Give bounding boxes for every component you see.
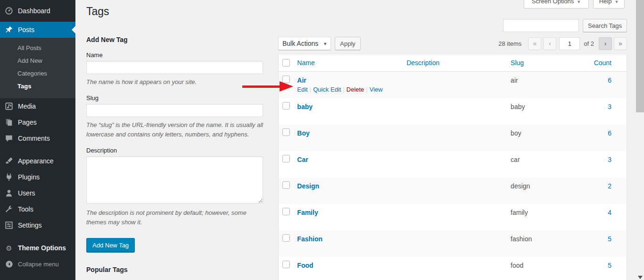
- slug-cell: car: [506, 151, 589, 178]
- description-field[interactable]: [86, 156, 263, 204]
- screen-options-button[interactable]: Screen Options ▼: [524, 0, 589, 8]
- sidebar-item-posts[interactable]: Posts: [0, 22, 75, 38]
- count-link[interactable]: 5: [608, 262, 611, 269]
- slug-cell: food: [506, 257, 589, 280]
- row-checkbox[interactable]: [282, 208, 290, 215]
- description-cell: [402, 204, 506, 230]
- slug-field[interactable]: [86, 104, 263, 117]
- previous-page-button[interactable]: ‹: [543, 37, 556, 50]
- sidebar-item-media[interactable]: Media: [0, 98, 75, 114]
- first-page-button[interactable]: «: [528, 37, 541, 50]
- description-helper-text: The description is not prominent by defa…: [86, 208, 263, 227]
- count-link[interactable]: 3: [608, 103, 611, 110]
- count-link[interactable]: 5: [608, 235, 611, 243]
- dashboard-icon: [4, 6, 14, 16]
- sidebar-item-theme-options[interactable]: ⚙ Theme Options: [0, 240, 75, 256]
- sidebar-item-pages[interactable]: Pages: [0, 114, 75, 130]
- name-label: Name: [86, 51, 263, 59]
- search-tags-input[interactable]: [503, 19, 579, 32]
- name-helper-text: The name is how it appears on your site.: [86, 77, 263, 87]
- bulk-actions-select[interactable]: Bulk Actions ▼: [278, 37, 331, 50]
- count-link[interactable]: 4: [608, 209, 611, 216]
- sidebar-item-users[interactable]: Users: [0, 185, 75, 201]
- count-link[interactable]: 2: [608, 182, 611, 190]
- sidebar-item-tools[interactable]: Tools: [0, 201, 75, 217]
- sidebar-item-collapse-menu[interactable]: Collapse menu: [0, 256, 75, 272]
- sidebar-item-all-posts[interactable]: All Posts: [0, 42, 75, 54]
- current-page-input[interactable]: [559, 37, 580, 50]
- description-cell: [402, 98, 506, 125]
- gear-icon: ⚙: [4, 243, 14, 253]
- delete-link[interactable]: Delete: [347, 86, 364, 93]
- next-page-button[interactable]: ›: [599, 37, 612, 50]
- pagination: 28 items « ‹ of 2 › »: [498, 37, 627, 50]
- scrollbar-down-arrow-icon[interactable]: [638, 276, 643, 279]
- table-row: Fashion fashion 5: [279, 230, 627, 257]
- comment-bubble-icon: [4, 134, 14, 143]
- help-button[interactable]: Help ▼: [593, 0, 625, 8]
- table-row: Car car 3: [279, 151, 627, 178]
- sidebar-item-label: Dashboard: [18, 7, 50, 15]
- description-cell: [402, 257, 506, 280]
- sidebar-item-add-new[interactable]: Add New: [0, 54, 75, 67]
- sidebar-item-categories[interactable]: Categories: [0, 67, 75, 80]
- slug-cell: air: [506, 72, 589, 98]
- add-new-tag-button[interactable]: Add New Tag: [86, 238, 135, 252]
- red-arrow-annotation-head: [280, 81, 293, 92]
- sidebar-item-settings[interactable]: Settings: [0, 217, 75, 233]
- column-header-count[interactable]: Count: [589, 54, 627, 72]
- row-checkbox[interactable]: [282, 102, 290, 110]
- wrench-icon: [4, 204, 14, 214]
- sidebar-item-comments[interactable]: Comments: [0, 130, 75, 146]
- quick-edit-link[interactable]: Quick Edit: [313, 86, 341, 93]
- posts-submenu: All Posts Add New Categories Tags: [0, 38, 75, 98]
- tag-name-link[interactable]: Air: [297, 76, 306, 84]
- sidebar-item-appearance[interactable]: Appearance: [0, 153, 75, 169]
- row-checkbox[interactable]: [282, 181, 290, 189]
- slug-cell: design: [506, 178, 589, 204]
- tag-name-link[interactable]: Fashion: [297, 235, 322, 243]
- apply-button[interactable]: Apply: [335, 37, 361, 50]
- sidebar-item-plugins[interactable]: Plugins: [0, 169, 75, 185]
- help-label: Help: [599, 0, 612, 5]
- tag-name-link[interactable]: Food: [297, 262, 313, 269]
- count-link[interactable]: 3: [608, 156, 611, 163]
- sidebar-item-label: Plugins: [18, 173, 40, 181]
- row-checkbox[interactable]: [282, 155, 290, 162]
- sidebar-item-dashboard[interactable]: Dashboard: [0, 3, 75, 19]
- count-link[interactable]: 6: [608, 129, 611, 137]
- row-checkbox[interactable]: [282, 234, 290, 242]
- tag-name-link[interactable]: Family: [297, 209, 318, 216]
- view-link[interactable]: View: [370, 86, 383, 93]
- tag-name-link[interactable]: baby: [297, 103, 313, 110]
- tag-name-link[interactable]: Boy: [297, 129, 309, 137]
- scrollbar-thumb[interactable]: [636, 0, 644, 112]
- chevron-down-icon: ▼: [614, 0, 619, 5]
- row-actions: Edit|Quick Edit|Delete|View: [297, 86, 397, 93]
- column-header-slug[interactable]: Slug: [506, 54, 589, 72]
- vertical-scrollbar[interactable]: [636, 0, 644, 280]
- table-row: baby baby 3: [279, 98, 627, 125]
- menu-separator: [0, 233, 75, 240]
- tags-table: Name Description Slug Count Air Edit|Qui…: [278, 54, 627, 280]
- sidebar-item-label: Comments: [18, 135, 50, 142]
- search-tags-button[interactable]: Search Tags: [583, 19, 627, 32]
- select-all-checkbox[interactable]: [282, 59, 290, 67]
- tag-name-link[interactable]: Design: [297, 182, 319, 190]
- row-checkbox[interactable]: [282, 128, 290, 136]
- edit-link[interactable]: Edit: [297, 86, 307, 93]
- slug-label: Slug: [86, 94, 263, 102]
- sidebar-item-tags[interactable]: Tags: [0, 80, 75, 93]
- column-header-name[interactable]: Name: [292, 54, 402, 72]
- count-link[interactable]: 6: [608, 76, 611, 84]
- table-row: Food food 5: [279, 257, 627, 280]
- row-checkbox[interactable]: [282, 261, 290, 268]
- name-field[interactable]: [86, 61, 263, 74]
- tag-name-link[interactable]: Car: [297, 156, 308, 163]
- pages-icon: [4, 118, 14, 127]
- last-page-button[interactable]: »: [614, 37, 627, 50]
- bulk-actions-label: Bulk Actions: [282, 40, 318, 47]
- column-header-description[interactable]: Description: [402, 54, 506, 72]
- sidebar-item-label: Collapse menu: [18, 261, 59, 268]
- description-cell: [402, 178, 506, 204]
